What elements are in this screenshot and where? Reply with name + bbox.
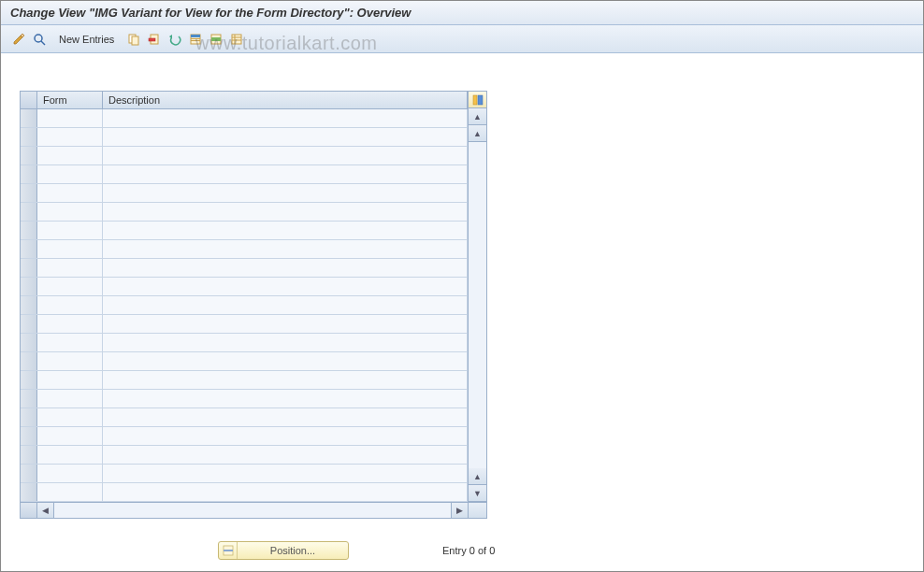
row-selector[interactable] (21, 334, 37, 351)
row-selector[interactable] (21, 147, 37, 164)
cell-form[interactable] (37, 203, 103, 221)
cell-description[interactable] (103, 334, 468, 351)
cell-description[interactable] (103, 390, 468, 408)
row-selector[interactable] (21, 352, 37, 370)
row-selector[interactable] (21, 465, 37, 482)
row-selector[interactable] (21, 371, 37, 389)
scroll-down-button[interactable]: ▼ (469, 485, 486, 502)
row-selector[interactable] (21, 390, 37, 408)
application-toolbar: New Entries (1, 25, 923, 53)
cell-form[interactable] (37, 446, 103, 464)
cell-form[interactable] (37, 128, 103, 146)
scroll-up-button[interactable]: ▲ (469, 108, 486, 125)
row-selector[interactable] (21, 315, 37, 333)
table-row (21, 334, 468, 352)
cell-form[interactable] (37, 259, 103, 277)
row-selector[interactable] (21, 296, 37, 314)
cell-form[interactable] (37, 278, 103, 295)
table-row (21, 315, 468, 334)
cell-form[interactable] (37, 427, 103, 445)
scroll-down-button-2[interactable]: ▲ (469, 468, 486, 485)
position-button[interactable]: Position... (218, 541, 349, 560)
svg-rect-7 (191, 35, 200, 37)
cell-form[interactable] (37, 352, 103, 370)
cell-description[interactable] (103, 352, 468, 370)
svg-rect-3 (132, 36, 138, 45)
cell-description[interactable] (103, 278, 468, 295)
cell-form[interactable] (37, 315, 103, 333)
horizontal-scroll-track[interactable] (54, 503, 451, 518)
svg-rect-11 (211, 37, 221, 41)
svg-rect-9 (191, 40, 200, 41)
cell-form[interactable] (37, 390, 103, 408)
row-selector[interactable] (21, 109, 37, 127)
row-selector[interactable] (21, 184, 37, 202)
column-header-description[interactable]: Description (103, 92, 468, 108)
details-icon[interactable] (31, 31, 48, 48)
row-selector[interactable] (21, 203, 37, 221)
table-row (21, 128, 468, 147)
cell-description[interactable] (103, 147, 468, 164)
cell-description[interactable] (103, 371, 468, 389)
column-header-form[interactable]: Form (37, 92, 103, 108)
cell-description[interactable] (103, 483, 468, 501)
cell-form[interactable] (37, 465, 103, 482)
cell-form[interactable] (37, 483, 103, 501)
row-selector[interactable] (21, 165, 37, 183)
row-selector[interactable] (21, 483, 37, 501)
cell-form[interactable] (37, 147, 103, 164)
cell-description[interactable] (103, 427, 468, 445)
scroll-right-button[interactable]: ▶ (451, 503, 468, 518)
svg-rect-19 (224, 550, 233, 551)
select-all-icon[interactable] (187, 31, 204, 48)
delete-icon[interactable] (146, 31, 163, 48)
cell-form[interactable] (37, 240, 103, 258)
table-row (21, 278, 468, 296)
row-selector[interactable] (21, 222, 37, 239)
cell-description[interactable] (103, 315, 468, 333)
select-all-corner[interactable] (21, 92, 37, 108)
copy-icon[interactable] (125, 31, 142, 48)
table-bottom-bar: ◀ ▶ (20, 502, 487, 519)
row-selector[interactable] (21, 278, 37, 295)
cell-form[interactable] (37, 109, 103, 127)
cell-form[interactable] (37, 222, 103, 239)
grid-table: Form Description ▲ ▲ ▲ ▼ (20, 91, 487, 502)
cell-description[interactable] (103, 465, 468, 482)
cell-description[interactable] (103, 165, 468, 183)
select-block-icon[interactable] (208, 31, 224, 48)
row-selector[interactable] (21, 259, 37, 277)
row-selector[interactable] (21, 446, 37, 464)
bottom-left-corner (21, 503, 37, 518)
cell-description[interactable] (103, 222, 468, 239)
cell-description[interactable] (103, 184, 468, 202)
cell-form[interactable] (37, 165, 103, 183)
row-selector[interactable] (21, 408, 37, 426)
cell-form[interactable] (37, 296, 103, 314)
deselect-all-icon[interactable] (228, 31, 245, 48)
cell-description[interactable] (103, 240, 468, 258)
undo-icon[interactable] (166, 31, 183, 48)
row-selector[interactable] (21, 427, 37, 445)
cell-description[interactable] (103, 446, 468, 464)
cell-form[interactable] (37, 371, 103, 389)
position-icon (219, 542, 238, 559)
cell-description[interactable] (103, 408, 468, 426)
row-selector[interactable] (21, 128, 37, 146)
toggle-change-icon[interactable] (10, 31, 27, 48)
cell-description[interactable] (103, 296, 468, 314)
row-selector[interactable] (21, 240, 37, 258)
table-row (21, 240, 468, 259)
scroll-left-button[interactable]: ◀ (37, 503, 54, 518)
configure-columns-icon[interactable] (469, 92, 486, 108)
cell-form[interactable] (37, 184, 103, 202)
cell-description[interactable] (103, 259, 468, 277)
cell-form[interactable] (37, 408, 103, 426)
cell-form[interactable] (37, 334, 103, 351)
cell-description[interactable] (103, 128, 468, 146)
cell-description[interactable] (103, 109, 468, 127)
new-entries-button[interactable]: New Entries (51, 32, 122, 47)
scroll-up-button-2[interactable]: ▲ (469, 125, 486, 142)
cell-description[interactable] (103, 203, 468, 221)
vertical-scroll-track[interactable] (469, 142, 486, 468)
